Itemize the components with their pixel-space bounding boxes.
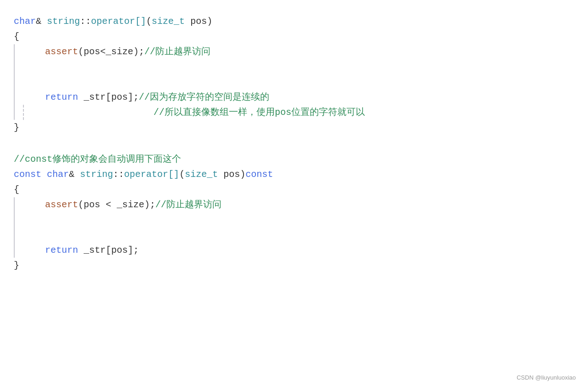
line-return-2: return _str[pos];	[23, 243, 571, 258]
fn-operator: operator[]	[91, 16, 146, 27]
plain-paren-2a: (	[179, 169, 185, 180]
assert-args: (pos<_size);	[78, 46, 144, 57]
line-signature-2: const char& string::operator[](size_t po…	[14, 167, 571, 182]
indented-block-2: assert(pos < _size);//防止越界访问 return _str…	[14, 197, 571, 258]
code-area: char& string::operator[](size_t pos) { a…	[14, 9, 571, 285]
fn-assert: assert	[45, 46, 78, 57]
indent-space-ret-2	[23, 245, 45, 256]
brace-close-1: }	[14, 122, 19, 133]
comment-assert-1: //防止越界访问	[144, 46, 210, 57]
line-brace-open-1: {	[14, 29, 571, 44]
keyword-return-2: return	[45, 245, 78, 256]
keyword-const-2: const	[14, 169, 41, 180]
type-size_t-2: size_t	[185, 169, 218, 180]
indent-bar-1	[14, 44, 15, 120]
plain-pos: pos	[185, 16, 207, 27]
plain-pos-2: pos	[218, 169, 240, 180]
plain-amp-2: &	[69, 169, 80, 180]
assert-args-2: (pos < _size);	[78, 199, 155, 210]
line-comment-const: //const修饰的对象会自动调用下面这个	[14, 152, 571, 167]
class-string-2: string	[80, 169, 113, 180]
return-expr-1: _str[pos];	[78, 92, 139, 102]
line-empty-2b	[23, 227, 571, 243]
plain-paren2: )	[207, 16, 212, 27]
brace-close-2: }	[14, 260, 19, 271]
line-brace-close-1: }	[14, 120, 571, 135]
code-block-2: //const修饰的对象会自动调用下面这个 const char& string…	[14, 152, 571, 273]
comment-assert-2: //防止越界访问	[155, 199, 222, 210]
dotted-lines-1: //所以直接像数组一样，使用pos位置的字符就可以	[32, 105, 571, 120]
line-return-1: return _str[pos];//因为存放字符的空间是连续的	[23, 90, 571, 105]
plain-space-2	[41, 169, 47, 180]
code-block-1: char& string::operator[](size_t pos) { a…	[14, 14, 571, 135]
return-expr-2: _str[pos];	[78, 245, 139, 256]
plain-scope: ::	[80, 16, 91, 27]
line-empty-1a	[23, 59, 571, 74]
plain-paren-2b: )	[240, 169, 245, 180]
keyword-const-suffix: const	[245, 169, 273, 180]
dotted-bar-1	[23, 105, 24, 120]
comment-return-1: //因为存放字符的空间是连续的	[139, 92, 269, 102]
watermark: CSDN @liuyunluoxiao	[517, 373, 576, 383]
comment-const-label: //const修饰的对象会自动调用下面这个	[14, 154, 181, 165]
indent-space	[23, 46, 45, 57]
line-empty-2a	[23, 212, 571, 227]
plain-amp: &	[36, 16, 47, 27]
indent-space-ret	[23, 92, 45, 102]
line-signature-1: char& string::operator[](size_t pos)	[14, 14, 571, 29]
plain-scope-2: ::	[113, 169, 124, 180]
type-size_t: size_t	[152, 16, 185, 27]
comment-cont-1: //所以直接像数组一样，使用pos位置的字符就可以	[153, 107, 365, 118]
line-brace-open-2: {	[14, 182, 571, 197]
brace-open: {	[14, 31, 19, 42]
class-string: string	[47, 16, 80, 27]
keyword-return-1: return	[45, 92, 78, 102]
indent-space-cont	[32, 107, 153, 118]
line-empty-1b	[23, 74, 571, 90]
dotted-block-1: //所以直接像数组一样，使用pos位置的字符就可以	[23, 105, 571, 120]
gap	[14, 142, 571, 152]
keyword-char: char	[14, 16, 36, 27]
plain-paren1: (	[146, 16, 152, 27]
line-assert-1: assert(pos<_size);//防止越界访问	[23, 44, 571, 59]
block-lines-1: assert(pos<_size);//防止越界访问 return _str[p…	[23, 44, 571, 120]
indent-bar-2	[14, 197, 15, 258]
indented-block-1: assert(pos<_size);//防止越界访问 return _str[p…	[14, 44, 571, 120]
block-lines-2: assert(pos < _size);//防止越界访问 return _str…	[23, 197, 571, 258]
fn-operator-2: operator[]	[124, 169, 179, 180]
line-assert-2: assert(pos < _size);//防止越界访问	[23, 197, 571, 212]
keyword-char-2: char	[47, 169, 69, 180]
line-comment-continuation-1: //所以直接像数组一样，使用pos位置的字符就可以	[32, 105, 571, 120]
indent-space-2	[23, 199, 45, 210]
fn-assert-2: assert	[45, 199, 78, 210]
brace-open-2: {	[14, 184, 19, 195]
line-brace-close-2: }	[14, 258, 571, 273]
